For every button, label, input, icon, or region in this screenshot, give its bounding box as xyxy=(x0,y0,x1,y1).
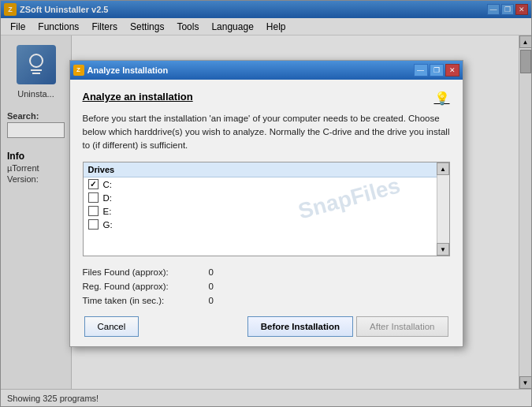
list-item: D: xyxy=(84,191,437,204)
stats-time-value: 0 xyxy=(209,296,214,305)
drives-scroll-up[interactable]: ▲ xyxy=(437,162,449,175)
cancel-button[interactable]: Cancel xyxy=(84,316,140,337)
dialog-body: Analyze an installation 💡 Before you sta… xyxy=(70,80,463,347)
drive-e-checkbox[interactable] xyxy=(88,206,99,216)
drive-c-checkbox[interactable]: ✓ xyxy=(88,179,99,189)
dialog-title-text: Analyze Installation xyxy=(87,65,169,75)
stats-reg-value: 0 xyxy=(209,282,214,291)
drive-d-label: D: xyxy=(103,193,113,203)
drives-scroll-down[interactable]: ▼ xyxy=(437,243,449,256)
dialog-close-button[interactable]: ✕ xyxy=(445,64,459,77)
stats-time-label: Time taken (in sec.): xyxy=(83,296,209,305)
dialog-title-left: Z Analyze Installation xyxy=(73,65,169,76)
drive-g-checkbox[interactable] xyxy=(88,219,99,230)
list-item: E: xyxy=(84,204,437,218)
list-item: ✓ C: xyxy=(84,177,437,191)
drives-scrollbar: ▲ ▼ xyxy=(437,162,449,256)
dialog-overlay: Z Analyze Installation — ❐ ✕ Analyze an … xyxy=(0,0,532,407)
dialog-description: Before you start the installation 'an im… xyxy=(83,112,450,153)
stats-files-row: Files Found (approx): 0 xyxy=(83,267,450,277)
list-item: G: xyxy=(84,218,437,231)
stats-reg-row: Reg. Found (approx): 0 xyxy=(83,282,450,291)
after-installation-button[interactable]: After Installation xyxy=(356,316,448,337)
drive-c-label: C: xyxy=(103,180,113,189)
dialog-restore-button[interactable]: ❐ xyxy=(430,64,444,77)
dialog-icon: Z xyxy=(73,65,84,76)
dialog-heading: Analyze an installation 💡 xyxy=(83,91,450,106)
drive-g-label: G: xyxy=(103,220,113,230)
main-window: Z ZSoft Uninstaller v2.5 — ❐ ✕ File Func… xyxy=(0,0,532,407)
drives-list: Drives ✓ C: D: E: xyxy=(84,162,437,256)
analyze-dialog: Z Analyze Installation — ❐ ✕ Analyze an … xyxy=(69,60,463,348)
before-installation-button[interactable]: Before Installation xyxy=(247,316,353,337)
stats-files-label: Files Found (approx): xyxy=(83,267,209,277)
dialog-minimize-button[interactable]: — xyxy=(414,64,428,77)
drives-header: Drives xyxy=(84,162,437,177)
drives-container: Drives ✓ C: D: E: xyxy=(83,162,450,256)
stats-files-value: 0 xyxy=(209,267,214,277)
dialog-title-controls: — ❐ ✕ xyxy=(414,64,459,77)
dialog-title-bar: Z Analyze Installation — ❐ ✕ xyxy=(70,61,463,80)
dialog-footer: Cancel Before Installation After Install… xyxy=(83,316,450,337)
drive-d-checkbox[interactable] xyxy=(88,192,99,203)
lightbulb-icon: 💡 xyxy=(434,91,450,106)
dialog-heading-text: Analyze an installation xyxy=(83,91,193,103)
stats-time-row: Time taken (in sec.): 0 xyxy=(83,296,450,305)
drive-e-label: E: xyxy=(103,207,112,216)
stats-reg-label: Reg. Found (approx): xyxy=(83,282,209,291)
